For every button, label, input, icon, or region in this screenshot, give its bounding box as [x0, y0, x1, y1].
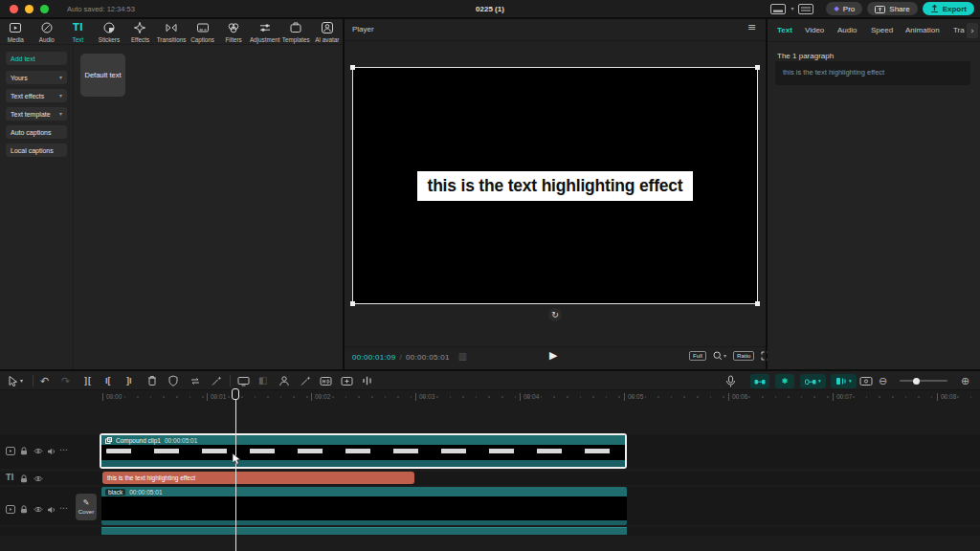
remove-background-button[interactable]	[278, 373, 290, 388]
screen-preview-button[interactable]	[859, 373, 873, 388]
track1-lock-icon[interactable]	[20, 447, 28, 457]
magnetic-snap-toggle[interactable]: ✱	[775, 374, 794, 388]
track3-lock-icon[interactable]	[20, 505, 28, 516]
trim-right-button[interactable]: ]I	[126, 373, 132, 388]
black-video-clip[interactable]: black 00:00:05:01	[101, 487, 627, 525]
ratio-button[interactable]: Ratio	[733, 351, 754, 361]
rotate-handle-icon[interactable]: ↻	[548, 308, 562, 321]
mask-button[interactable]	[168, 373, 178, 388]
layout-player-icon[interactable]	[770, 4, 786, 14]
frame-grid-icon[interactable]: ▥	[458, 352, 468, 362]
preview-canvas[interactable]: this is the text highlighting effect	[352, 67, 758, 304]
add-clip-button[interactable]	[341, 373, 353, 388]
ribbon-item-templates[interactable]: Templates	[280, 21, 312, 43]
tab-video[interactable]: Video	[805, 26, 824, 34]
quality-enhance-button[interactable]	[320, 373, 332, 388]
tab-text[interactable]: Text	[777, 26, 792, 34]
timeline-zoom-out-button[interactable]: ⊖	[879, 373, 887, 388]
track1-more-icon[interactable]: ⋯	[59, 446, 68, 454]
text-clip[interactable]: this is the text highlighting effect	[102, 472, 414, 484]
window-close-button[interactable]	[10, 5, 18, 13]
select-tool-button[interactable]	[8, 373, 18, 388]
audio-icon	[40, 21, 54, 34]
canvas-handle-tr[interactable]	[755, 65, 760, 70]
track3-mute-icon[interactable]	[47, 506, 56, 516]
canvas-handle-br[interactable]	[755, 301, 760, 306]
preview-axis-toggle[interactable]: ▾	[800, 374, 826, 388]
cover-button[interactable]: ✎ Cover	[76, 494, 97, 520]
pro-button[interactable]: ◆ Pro	[826, 2, 862, 15]
timeline-zoom-slider[interactable]	[900, 380, 947, 382]
select-tool-chevron-icon[interactable]: ▾	[20, 373, 23, 388]
export-button[interactable]: Export	[923, 2, 974, 15]
tabs-overflow-chevron-icon[interactable]: ›	[967, 23, 978, 38]
window-zoom-button[interactable]	[40, 5, 49, 13]
tab-speed[interactable]: Speed	[871, 26, 893, 34]
canvas-handle-bl[interactable]	[350, 301, 355, 306]
sidebar-item-local-captions[interactable]: Local captions	[6, 143, 67, 157]
redo-button[interactable]: ↷	[61, 373, 70, 388]
audio-wave-button[interactable]	[362, 373, 372, 388]
track1-visibility-icon[interactable]	[33, 448, 43, 456]
ribbon-item-text[interactable]: TI Text	[62, 21, 94, 43]
undo-button[interactable]: ↶	[40, 373, 49, 388]
track2-visibility-icon[interactable]	[33, 475, 43, 484]
replace-icon	[189, 376, 201, 386]
track-height-toggle[interactable]: ▾	[831, 374, 857, 388]
track1-mute-icon[interactable]	[47, 448, 56, 457]
playhead-line[interactable]	[235, 399, 236, 551]
record-voiceover-button[interactable]	[725, 373, 736, 388]
play-button[interactable]: ▶	[549, 350, 557, 361]
ribbon-item-transitions[interactable]: Transitions	[156, 21, 188, 43]
timeline-zoom-in-button[interactable]: ⊕	[961, 373, 969, 388]
microphone-icon	[725, 375, 736, 387]
ribbon-item-filters[interactable]: Filters	[218, 21, 250, 43]
track3-visibility-icon[interactable]	[33, 506, 43, 515]
sidebar-item-text-template[interactable]: Text template ▾	[6, 107, 67, 121]
ribbon-item-ai-avatar[interactable]: AI avatar	[311, 21, 343, 43]
ribbon-item-adjustment[interactable]: Adjustment	[249, 21, 280, 43]
full-screen-toggle[interactable]: Full	[689, 351, 706, 361]
tab-tracking-truncated[interactable]: Tra	[953, 26, 965, 34]
share-button[interactable]: Share	[867, 2, 917, 15]
track3-more-icon[interactable]: ⋯	[59, 504, 68, 513]
voice-effect-button[interactable]	[211, 373, 222, 388]
mirror-screen-button[interactable]	[237, 373, 250, 388]
trim-left-button[interactable]: I[	[105, 373, 111, 388]
delete-button[interactable]	[147, 373, 157, 388]
link-clips-toggle[interactable]	[750, 374, 769, 388]
layout-list-icon[interactable]	[798, 4, 813, 14]
player-menu-icon[interactable]: ≡	[747, 22, 756, 33]
ribbon-item-audio[interactable]: Audio	[32, 21, 63, 43]
canvas-handle-tl[interactable]	[350, 65, 355, 70]
capcut-editor-window: Auto saved: 12:34:53 0225 (1) ▾ ◆ Pro	[0, 0, 980, 551]
filters-icon	[227, 21, 240, 34]
tab-audio[interactable]: Audio	[837, 26, 857, 34]
sidebar-item-text-effects[interactable]: Text effects ▾	[6, 89, 67, 102]
default-text-card[interactable]: Default text	[80, 54, 125, 97]
preview-zoom-button[interactable]: ▾	[713, 351, 726, 361]
ribbon-item-media[interactable]: Media	[0, 21, 32, 43]
track2-lock-icon[interactable]	[20, 474, 28, 485]
smart-edit-button[interactable]	[300, 373, 311, 388]
chevron-down-icon: ▾	[849, 379, 852, 385]
layout-chevron-icon[interactable]: ▾	[791, 6, 793, 11]
magnifier-icon	[713, 351, 723, 361]
compound-clip[interactable]: Compound clip1 00:00:05:01	[100, 433, 627, 469]
window-minimize-button[interactable]	[25, 5, 33, 13]
paragraph-text-input[interactable]: this is the text highlighting effect	[775, 61, 970, 85]
ribbon-item-effects[interactable]: Effects	[124, 21, 156, 43]
contrast-mask-button[interactable]: ◧	[258, 373, 267, 388]
zoom-slider-handle[interactable]	[913, 378, 920, 385]
tab-animation[interactable]: Animation	[905, 26, 940, 34]
equalizer-icon	[362, 375, 372, 386]
ribbon-item-stickers[interactable]: Stickers	[94, 21, 125, 43]
audio-strip-clip[interactable]	[101, 527, 627, 535]
ribbon-item-captions[interactable]: Captions	[187, 21, 218, 43]
split-button[interactable]: ][	[84, 373, 92, 388]
sidebar-item-auto-captions[interactable]: Auto captions	[6, 125, 67, 139]
sidebar-item-add-text[interactable]: Add text	[6, 52, 67, 65]
sidebar-item-yours[interactable]: Yours ▾	[6, 71, 67, 84]
replace-button[interactable]	[189, 373, 201, 388]
text-overlay[interactable]: this is the text highlighting effect	[417, 171, 694, 201]
